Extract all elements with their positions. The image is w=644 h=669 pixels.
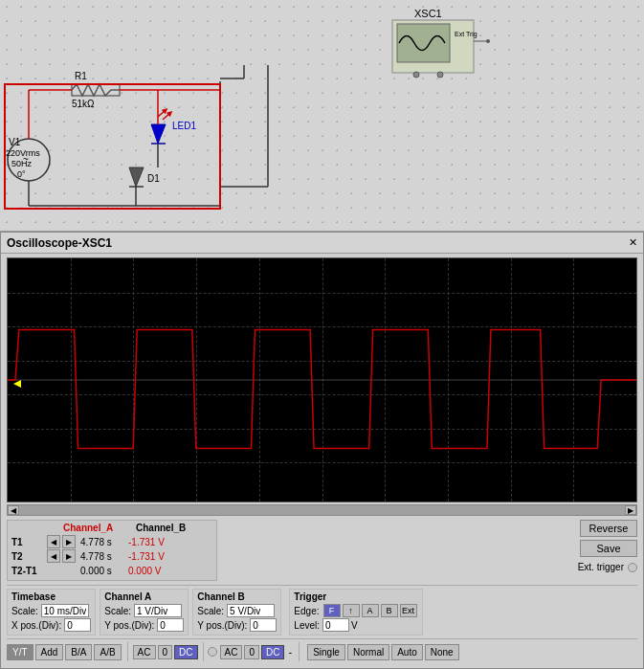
channel-b-scale-row: Scale: xyxy=(197,604,277,617)
channel-b-scale-input[interactable] xyxy=(227,604,275,617)
t1-prev-button[interactable]: ◀ xyxy=(47,535,60,548)
trigger-section: Trigger Edge: F ↑ A B Ext Level: V xyxy=(289,589,422,636)
timebase-xpos-input[interactable] xyxy=(64,618,91,632)
svg-line-21 xyxy=(163,113,170,120)
trigger-edge-label: Edge: xyxy=(294,606,319,616)
trigger-edge-ext-btn[interactable]: Ext xyxy=(400,604,417,617)
t2t1-label: T2-T1 xyxy=(11,566,46,576)
timebase-scale-row: Scale: xyxy=(11,604,91,617)
channel-a-ac-btn[interactable]: AC xyxy=(133,645,156,659)
scroll-track[interactable] xyxy=(19,505,625,515)
scroll-right-arrow[interactable]: ▶ xyxy=(625,505,636,515)
none-button[interactable]: None xyxy=(425,644,459,660)
channel-a-ypos-input[interactable] xyxy=(157,618,184,632)
osc-close-button[interactable]: ✕ xyxy=(629,236,637,249)
oscilloscope-screen xyxy=(7,257,637,502)
waveform-display xyxy=(8,258,636,502)
schematic-area: XSC1 Ext Trig R1 51kΩ ~ V1 220V xyxy=(0,0,644,232)
channel-a-header: Channel_A xyxy=(63,523,132,533)
controls-row3: Y/T Add B/A A/B AC 0 DC AC 0 DC - xyxy=(7,638,637,661)
svg-marker-16 xyxy=(129,167,144,187)
divider3 xyxy=(299,642,300,661)
yt-button[interactable]: Y/T xyxy=(7,644,33,660)
timebase-scale-input[interactable] xyxy=(41,604,89,617)
t2-row: T2 ◀ ▶ 4.778 s -1.731 V xyxy=(11,549,212,563)
trigger-edge-row: Edge: F ↑ A B Ext xyxy=(294,604,417,617)
t2t1-chan-a-value: 0.000 V xyxy=(128,566,176,576)
schematic-svg: R1 51kΩ ~ V1 220Vrms 50Hz 0° D1 LED1 xyxy=(0,0,644,232)
channel-a-scale-label: Scale: xyxy=(104,606,131,616)
svg-text:220Vrms: 220Vrms xyxy=(6,148,40,158)
t2t1-row: T2-T1 ◀ ▶ 0.000 s 0.000 V xyxy=(11,564,212,577)
trigger-mode-group: Single Normal Auto None xyxy=(307,644,459,660)
t1-row: T1 ◀ ▶ 4.778 s -1.731 V xyxy=(11,535,212,548)
timebase-xpos-row: X pos.(Div): xyxy=(11,618,91,632)
trigger-edge-a-btn[interactable]: A xyxy=(362,604,379,617)
divider1 xyxy=(127,642,128,661)
channel-b-ypos-input[interactable] xyxy=(250,618,277,632)
channel-a-scale-row: Scale: xyxy=(104,604,184,617)
svg-marker-19 xyxy=(151,124,166,144)
t2-next-button[interactable]: ▶ xyxy=(62,549,76,563)
channel-b-dc-btn[interactable]: DC xyxy=(261,645,284,659)
scroll-left-arrow[interactable]: ◀ xyxy=(8,505,19,515)
divider2 xyxy=(203,642,204,661)
single-button[interactable]: Single xyxy=(307,644,345,660)
reverse-button[interactable]: Reverse xyxy=(580,520,637,537)
timebase-xpos-label: X pos.(Div): xyxy=(11,620,61,631)
channel-a-acdc-group: AC 0 DC xyxy=(132,645,199,659)
channel-b-title: Channel B xyxy=(197,591,277,602)
ext-trigger-row: Ext. trigger xyxy=(578,562,637,572)
t2-label: T2 xyxy=(11,551,46,562)
channel-b-zero-btn[interactable]: 0 xyxy=(244,645,259,659)
channel-a-dc-btn[interactable]: DC xyxy=(174,645,197,659)
t2-time-value: 4.778 s xyxy=(80,551,128,562)
osc-title: Oscilloscope-XSC1 xyxy=(7,236,112,250)
svg-text:V1: V1 xyxy=(9,137,21,147)
timebase-scale-label: Scale: xyxy=(11,606,38,616)
svg-text:D1: D1 xyxy=(147,173,160,184)
oscilloscope-panel: Oscilloscope-XSC1 ✕ xyxy=(0,232,644,669)
channel-a-scale-input[interactable] xyxy=(134,604,182,617)
t1-next-button[interactable]: ▶ xyxy=(62,535,76,548)
t2-nav: ◀ ▶ xyxy=(46,549,77,563)
normal-button[interactable]: Normal xyxy=(347,644,389,660)
svg-text:R1: R1 xyxy=(75,71,87,81)
t1-time-value: 4.778 s xyxy=(80,537,128,547)
channel-b-radio[interactable] xyxy=(208,647,217,657)
svg-text:LED1: LED1 xyxy=(172,121,196,131)
channel-b-dash: - xyxy=(288,646,292,658)
trigger-level-row: Level: V xyxy=(294,618,417,632)
channel-b-ypos-label: Y pos.(Div): xyxy=(197,620,247,631)
ba-button[interactable]: B/A xyxy=(65,644,92,660)
oscilloscope-scrollbar[interactable]: ◀ ▶ xyxy=(7,504,637,516)
t1-nav: ◀ ▶ xyxy=(46,535,77,548)
svg-text:51kΩ: 51kΩ xyxy=(72,99,95,109)
channel-b-ac-btn[interactable]: AC xyxy=(220,645,243,659)
trigger-level-label: Level: xyxy=(294,620,320,631)
t2t1-time-value: 0.000 s xyxy=(80,566,128,576)
channel-a-ypos-row: Y pos.(Div): xyxy=(104,618,184,632)
channel-b-section: Channel B Scale: Y pos.(Div): xyxy=(192,589,281,636)
save-button[interactable]: Save xyxy=(580,540,637,557)
trigger-level-input[interactable] xyxy=(322,618,349,632)
ab-button[interactable]: A/B xyxy=(94,644,121,660)
svg-text:50Hz: 50Hz xyxy=(11,159,33,168)
auto-button[interactable]: Auto xyxy=(391,644,423,660)
t2-chan-a-value: -1.731 V xyxy=(128,551,176,562)
trigger-title: Trigger xyxy=(294,591,417,602)
trigger-edge-b-btn[interactable]: B xyxy=(381,604,398,617)
time-display: Channel_A Channel_B T1 ◀ ▶ 4.778 s -1.73… xyxy=(7,520,217,581)
channel-b-header: Channel_B xyxy=(136,523,186,533)
channel-b-scale-label: Scale: xyxy=(197,606,224,616)
add-button[interactable]: Add xyxy=(35,644,64,660)
t2-prev-button[interactable]: ◀ xyxy=(47,549,60,563)
channel-a-zero-btn[interactable]: 0 xyxy=(158,645,173,659)
trigger-edge-f-btn[interactable]: F xyxy=(323,604,341,617)
controls-row1: Channel_A Channel_B T1 ◀ ▶ 4.778 s -1.73… xyxy=(7,520,637,581)
controls-row2: Timebase Scale: X pos.(Div): Channel A S… xyxy=(7,585,637,636)
ext-trigger-radio[interactable] xyxy=(628,563,637,572)
osc-titlebar: Oscilloscope-XSC1 ✕ xyxy=(1,233,643,254)
trigger-edge-rising-btn[interactable]: ↑ xyxy=(343,604,360,617)
trigger-v-label: V xyxy=(351,620,358,631)
